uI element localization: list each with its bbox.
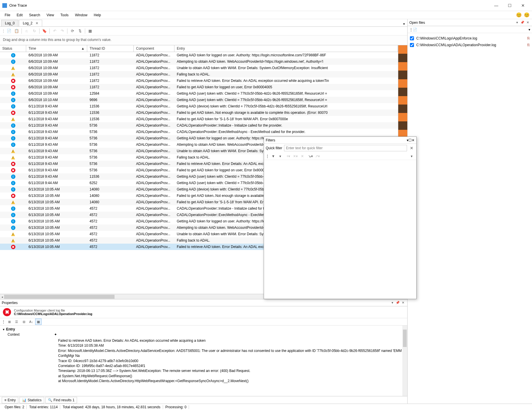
panel-maximize-button[interactable]: ☐ (408, 138, 412, 142)
bottom-tab-statistics[interactable]: 📊Statistics (19, 397, 44, 403)
cell-time: 6/13/2018 10:05 AM (26, 212, 87, 217)
menu-help[interactable]: Help (91, 12, 104, 18)
autoscroll-button[interactable]: ⇅ (77, 28, 83, 34)
file-checkbox[interactable] (410, 36, 414, 40)
table-row[interactable]: 6/11/2018 9:43 AM11536ADALOperationProv.… (0, 116, 398, 122)
menu-search[interactable]: Search (26, 12, 43, 18)
minimize-button[interactable]: — (490, 1, 503, 10)
copy-list-button[interactable]: 📄 (413, 28, 417, 32)
panel-close-button[interactable]: ✕ (525, 20, 530, 25)
cell-time: 6/11/2018 9:43 AM (26, 168, 87, 173)
panel-dropdown-button[interactable]: ▾ (390, 300, 395, 305)
cell-thread: 4572 (87, 225, 134, 230)
scroll-thumb[interactable] (403, 330, 407, 347)
tab-label: Log_2 (23, 21, 32, 25)
menu-view[interactable]: View (44, 12, 57, 18)
clear-filter-button[interactable]: ✕ (409, 146, 415, 150)
table-row[interactable]: i6/6/2018 10:10 AM9696ADALOperationProv.… (0, 97, 398, 103)
cell-time: 6/13/2018 10:05 AM (26, 238, 87, 243)
file-action-icon[interactable]: ⎘ (527, 36, 530, 40)
table-row[interactable]: i6/11/2018 9:43 AM5736ADALOperationProv.… (0, 122, 398, 129)
tab-log0[interactable]: Log_0 (1, 20, 18, 26)
emoji-icon[interactable]: 😊 (523, 12, 530, 17)
overflow-button[interactable]: ▾ (409, 153, 415, 159)
file-row[interactable]: C:\Windows\CCM\Logs\AppEnforce.log⎘ (409, 35, 530, 42)
info-icon: i (11, 175, 15, 179)
prop-view2-button[interactable]: ☰ (13, 319, 20, 325)
prop-view3-button[interactable]: ⊟ (21, 319, 27, 325)
quick-filter-input[interactable] (284, 145, 407, 151)
error-icon: ✖ (11, 168, 15, 172)
panel-close-button[interactable]: ✕ (400, 300, 406, 305)
table-row[interactable]: i6/6/2018 10:09 AM12584ADALOperationProv… (0, 90, 398, 97)
table-row[interactable]: 6/6/2018 10:09 AM11872ADALOperationProv.… (0, 65, 398, 71)
cell-thread: 11536 (87, 104, 134, 109)
cell-time: 6/6/2018 10:10 AM (26, 97, 87, 102)
tab-log2[interactable]: Log_2✕ (19, 20, 42, 26)
scroll-thumb[interactable] (4, 295, 115, 299)
close-button[interactable]: ✕ (516, 1, 530, 10)
column-thread[interactable]: Thread ID (87, 45, 134, 52)
table-row[interactable]: ✖6/6/2018 10:09 AM11872ADALOperationProv… (0, 84, 398, 90)
bottom-tab-find[interactable]: 🔍Find results 1 (45, 397, 77, 403)
cell-thread: 4572 (87, 231, 134, 237)
overflow-button[interactable]: ▾ (529, 28, 530, 32)
cell-time: 6/13/2018 10:05 AM (26, 231, 87, 237)
info-icon: i (11, 206, 15, 211)
refresh-button[interactable]: ⟳ (69, 28, 76, 34)
pin-icon[interactable]: ✦ (54, 332, 57, 337)
filters-window[interactable]: Filters ▾ ☐ ✕ Quick filter ✕ ⋮ ▼ ▾ +▾ ✕▾… (264, 136, 417, 299)
column-component[interactable]: Component (134, 45, 174, 52)
table-row[interactable]: ✖6/11/2018 9:43 AM11536ADALOperationProv… (0, 109, 398, 116)
scroll-left-button[interactable]: ◂ (0, 294, 4, 299)
columns-button[interactable]: ▦ (87, 28, 93, 34)
table-row[interactable]: i6/11/2018 9:43 AM5736ADALOperationProv.… (0, 129, 398, 135)
column-entry[interactable]: Entry (174, 45, 398, 52)
maximize-button[interactable]: ☐ (503, 1, 516, 10)
file-row[interactable]: C:\Windows\CCM\Logs\ADALOperationProvide… (409, 42, 530, 48)
menu-tools[interactable]: Tools (58, 12, 72, 18)
table-row[interactable]: i6/11/2018 9:43 AM11536ADALOperationProv… (0, 103, 398, 109)
close-icon[interactable]: ✕ (35, 21, 38, 25)
cell-thread: 4572 (87, 212, 134, 217)
copy-button[interactable]: 📄 (6, 28, 12, 34)
file-action-icon[interactable]: ⎘ (527, 43, 530, 47)
group-drop-area[interactable]: Drag and drop a column into this area to… (0, 35, 407, 45)
cell-component: ADALOperationProv... (134, 97, 174, 102)
vertical-scrollbar[interactable] (402, 326, 407, 396)
cell-entry: Failed to get AAD token for logged on us… (174, 84, 398, 90)
column-time[interactable]: Time▲ (26, 45, 87, 52)
cell-thread: 5736 (87, 161, 134, 166)
table-row[interactable]: 6/6/2018 10:09 AM11872ADALOperationProv.… (0, 71, 398, 78)
panel-close-button[interactable]: ✕ (412, 138, 415, 142)
filter-button[interactable]: ▼ (270, 153, 276, 159)
emoji-icon[interactable]: 😊 (515, 12, 522, 17)
cell-thread: 4572 (87, 219, 134, 224)
tab-label: Log_0 (5, 21, 15, 25)
prop-sort-button[interactable]: A↓ (28, 319, 34, 325)
prop-view1-button[interactable]: ⊞ (6, 319, 13, 325)
prop-view5-button[interactable]: ▦ (35, 319, 42, 325)
info-icon: i (11, 187, 15, 192)
menu-window[interactable]: Window (72, 12, 90, 18)
import-filter-button[interactable]: ↘▾ (308, 153, 313, 159)
panel-pin-button[interactable]: 📌 (395, 300, 400, 305)
tab-overflow-button[interactable]: ▾ (402, 21, 406, 26)
table-row[interactable]: i6/6/2018 10:09 AM11872ADALOperationProv… (0, 58, 398, 65)
bookmark-button[interactable]: 🔖 (41, 28, 48, 34)
table-row[interactable]: i6/6/2018 10:09 AM11872ADALOperationProv… (0, 52, 398, 58)
bottom-tab-entry[interactable]: ≡Entry (2, 397, 18, 403)
menu-edit[interactable]: Edit (14, 12, 26, 18)
collapse-icon[interactable]: ▾ (3, 328, 4, 331)
table-row[interactable]: ✖6/6/2018 10:09 AM11872ADALOperationProv… (0, 78, 398, 84)
panel-dropdown-button[interactable]: ▾ (515, 20, 520, 25)
info-icon: i (11, 226, 15, 230)
column-status[interactable]: Status (0, 45, 26, 52)
panel-pin-button[interactable]: 📌 (520, 20, 525, 25)
filters-titlebar[interactable]: Filters ▾ ☐ ✕ (264, 137, 416, 144)
filter-dropdown-button[interactable]: ▾ (277, 153, 283, 159)
paste-button[interactable]: 📋 (13, 28, 20, 34)
file-checkbox[interactable] (410, 43, 414, 47)
cell-component: ADALOperationProv... (134, 161, 174, 166)
menu-file[interactable]: File (2, 12, 13, 18)
